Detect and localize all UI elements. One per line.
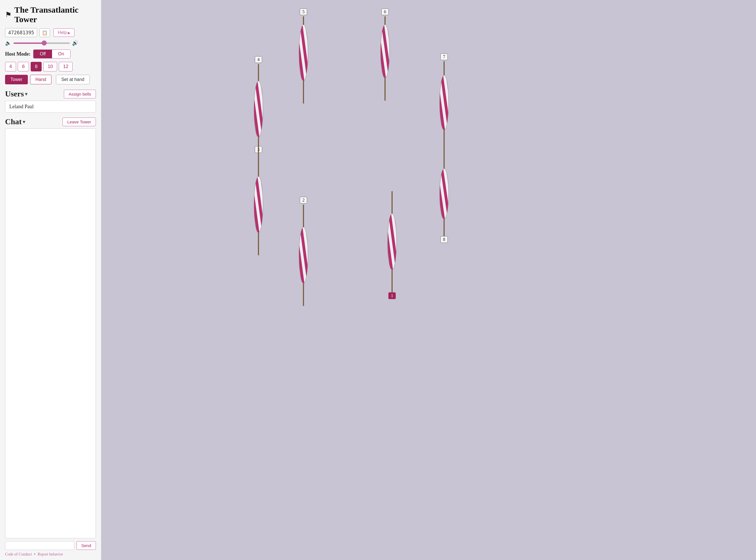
assign-bells-button[interactable]: Assign bells <box>64 90 96 98</box>
footer-links: Code of Conduct • Report behavior <box>5 552 96 557</box>
svg-rect-135 <box>385 16 386 25</box>
users-list: Leland Paul <box>5 101 96 113</box>
room-id: 472681395 <box>5 28 37 37</box>
svg-rect-215 <box>444 219 445 236</box>
bell-number-4: 4 <box>255 56 262 63</box>
svg-rect-80 <box>258 233 259 255</box>
flag-icon: ⚑ <box>5 11 12 19</box>
report-behavior-link[interactable]: Report behavior <box>38 552 63 556</box>
bell-rope-svg-8 <box>437 152 451 236</box>
leave-tower-button[interactable]: Leave Tower <box>62 118 96 126</box>
bell-rope-svg-1 <box>385 191 399 292</box>
bell-count-6[interactable]: 6 <box>18 62 29 72</box>
copy-room-id-button[interactable]: 📋 <box>39 28 50 37</box>
bell-slot-1[interactable]: 1 <box>385 191 399 300</box>
chat-section: Chat ▾ Leave Tower Send Code of Conduct … <box>5 117 96 557</box>
bell-number-5: 5 <box>300 8 307 15</box>
volume-slider[interactable] <box>14 42 70 44</box>
svg-rect-188 <box>444 130 445 153</box>
svg-rect-81 <box>258 64 259 81</box>
tower-mode-button[interactable]: Tower <box>5 75 28 84</box>
bell-slot-7[interactable]: 7 <box>437 54 451 153</box>
host-mode-label: Host Mode: <box>5 51 31 57</box>
send-button[interactable]: Send <box>77 541 96 550</box>
bell-rope-svg-4 <box>252 64 265 160</box>
bell-number-1: 1 <box>388 292 396 299</box>
sidebar: ⚑ The Transatlantic Tower 472681395 📋 He… <box>0 0 101 560</box>
set-at-hand-button[interactable]: Set at hand <box>56 75 90 84</box>
bell-number-6: 6 <box>381 8 389 15</box>
svg-rect-162 <box>444 61 445 75</box>
bell-rope-svg-3 <box>252 154 265 255</box>
chat-dropdown-arrow: ▾ <box>23 119 25 124</box>
bell-number-8: 8 <box>441 236 448 243</box>
svg-rect-53 <box>303 283 304 306</box>
svg-rect-134 <box>303 81 304 103</box>
bell-area: 12345678 <box>101 0 756 560</box>
volume-low-icon: 🔈 <box>5 40 11 46</box>
room-id-row: 472681395 📋 Help <box>5 28 96 37</box>
help-button[interactable]: Help <box>54 28 75 37</box>
bell-count-12[interactable]: 12 <box>59 62 73 72</box>
bell-count-10[interactable]: 10 <box>43 62 57 72</box>
svg-rect-107 <box>258 137 259 160</box>
host-off-button[interactable]: Off <box>34 50 52 58</box>
bell-slot-8[interactable]: 8 <box>437 152 451 244</box>
host-mode-toggle: Off On <box>33 49 70 58</box>
bell-slot-2[interactable]: 2 <box>297 197 310 306</box>
bell-rope-svg-7 <box>437 61 451 153</box>
volume-high-icon: 🔊 <box>72 40 78 46</box>
chat-messages-area <box>5 128 96 538</box>
bell-count-row: 4 6 8 10 12 <box>5 62 96 72</box>
svg-rect-26 <box>391 270 393 292</box>
host-on-button[interactable]: On <box>52 50 70 58</box>
volume-row: 🔈 🔊 <box>5 40 96 46</box>
bell-count-4[interactable]: 4 <box>5 62 16 72</box>
host-mode-row: Host Mode: Off On <box>5 49 96 58</box>
bell-slot-6[interactable]: 6 <box>378 8 392 101</box>
chat-input-row: Send <box>5 541 96 550</box>
users-title[interactable]: Users ▾ <box>5 89 27 98</box>
svg-rect-161 <box>385 78 386 101</box>
users-dropdown-arrow: ▾ <box>25 92 27 97</box>
bell-slot-3[interactable]: 3 <box>252 146 265 255</box>
bell-number-2: 2 <box>300 197 307 203</box>
user-item: Leland Paul <box>9 104 92 109</box>
bell-rope-svg-2 <box>297 205 310 306</box>
code-of-conduct-link[interactable]: Code of Conduct <box>5 552 32 556</box>
bell-rope-svg-6 <box>378 16 392 101</box>
footer-dot: • <box>34 552 35 556</box>
page-title: The Transatlantic Tower <box>14 5 96 24</box>
users-section-header: Users ▾ Assign bells <box>5 89 96 98</box>
bell-slot-5[interactable]: 5 <box>297 8 310 103</box>
svg-rect-108 <box>303 16 304 25</box>
bell-rope-svg-5 <box>297 16 310 103</box>
svg-rect-27 <box>303 205 304 227</box>
svg-rect-189 <box>444 152 445 169</box>
mode-row: Tower Hand Set at hand <box>5 75 96 84</box>
hand-mode-button[interactable]: Hand <box>30 75 52 84</box>
bell-number-7: 7 <box>441 54 448 60</box>
chat-title[interactable]: Chat ▾ <box>5 117 25 126</box>
svg-rect-0 <box>391 191 393 214</box>
title-row: ⚑ The Transatlantic Tower <box>5 5 96 24</box>
chat-input[interactable] <box>5 541 74 550</box>
chat-section-header: Chat ▾ Leave Tower <box>5 117 96 126</box>
bell-slot-4[interactable]: 4 <box>252 56 265 160</box>
bell-count-8[interactable]: 8 <box>31 62 42 72</box>
